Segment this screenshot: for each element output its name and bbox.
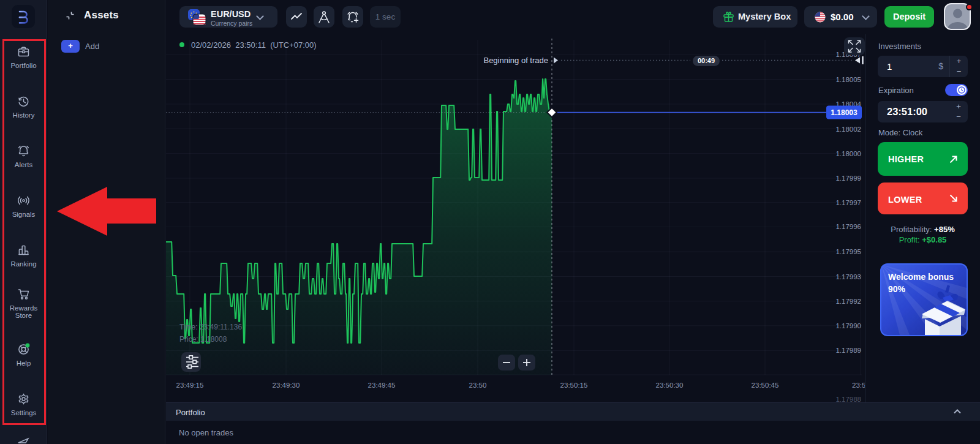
svg-text:23:49:45: 23:49:45	[368, 382, 396, 389]
svg-text:1.17995: 1.17995	[835, 248, 861, 255]
svg-text:1.17999: 1.17999	[835, 175, 861, 182]
svg-text:1.17993: 1.17993	[835, 273, 861, 280]
svg-text:00:49: 00:49	[698, 57, 715, 64]
svg-text:23:50:30: 23:50:30	[656, 382, 684, 389]
svg-text:1.17989: 1.17989	[835, 347, 861, 354]
svg-text:23:50: 23:50	[469, 382, 487, 389]
svg-text:Beginning of trade: Beginning of trade	[483, 56, 548, 65]
svg-text:1.17992: 1.17992	[835, 298, 861, 305]
svg-text:1.18002: 1.18002	[835, 126, 861, 133]
svg-text:1.18000: 1.18000	[835, 150, 861, 157]
svg-text:23:49:15: 23:49:15	[176, 382, 204, 389]
svg-text:1.17990: 1.17990	[835, 322, 861, 329]
svg-text:1.17988: 1.17988	[835, 396, 861, 402]
svg-text:23:49:30: 23:49:30	[273, 382, 300, 389]
svg-text:23:50:15: 23:50:15	[560, 382, 588, 389]
svg-text:23:5: 23:5	[852, 382, 865, 389]
svg-text:1.18003: 1.18003	[831, 108, 858, 117]
svg-text:02/02/2026 23:50:11 (UTC+07:: 02/02/2026 23:50:11 (UTC+07:00)	[191, 40, 317, 50]
svg-text:1.17996: 1.17996	[835, 223, 861, 230]
svg-text:23:50:45: 23:50:45	[752, 382, 779, 389]
svg-text:1.18005: 1.18005	[835, 76, 861, 83]
svg-text:Time: 23:49:11.136: Time: 23:49:11.136	[179, 323, 242, 331]
svg-text:Price: 1.18008: Price: 1.18008	[179, 335, 227, 344]
svg-text:1.17997: 1.17997	[835, 199, 861, 206]
